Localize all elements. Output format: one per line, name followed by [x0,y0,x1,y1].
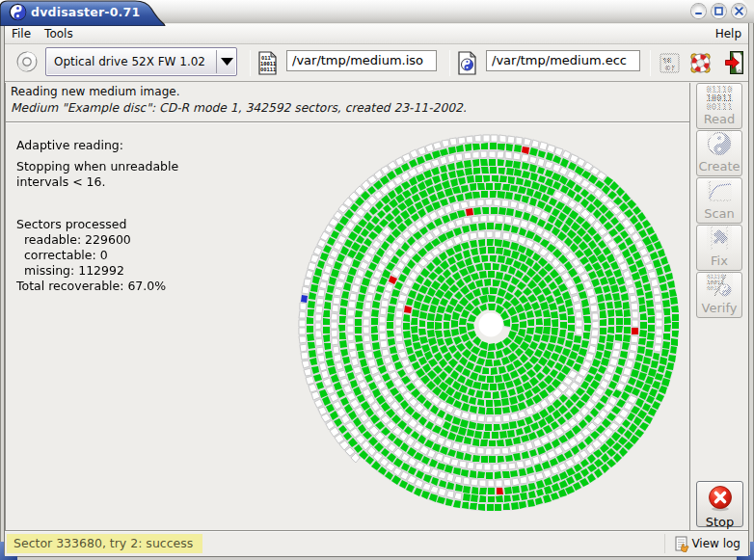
stats-correctable: correctable: 0 [16,248,178,263]
close-icon [735,7,743,15]
toolbar: Optical drive 52X FW 1.02 011 10011 0011… [5,45,748,82]
app-window: dvdisaster-0.71 File Tools Help Optical … [0,0,754,560]
action-sidebar: 01110 10011 00111 Read Create [691,83,748,530]
toolbar-separator-3 [650,50,651,76]
fix-button[interactable]: Fix [696,225,742,271]
fix-icon [707,226,732,253]
maximize-button[interactable] [712,4,726,18]
svg-text:01110: 01110 [707,273,724,280]
binary-row: 10011 [706,94,732,103]
window-controls [691,4,746,18]
minimize-icon [694,7,703,15]
ecc-file-icon [458,51,476,78]
toolbar-separator-1 [250,50,251,76]
stats-total: Total recoverable: 67.0% [16,279,178,294]
exit-door-icon [725,51,743,74]
reading-stats: Adaptive reading: Stopping when unreadab… [16,138,178,294]
maximize-icon [714,7,723,15]
svg-text:00111: 00111 [707,284,724,291]
svg-text:¶8: ¶8 [662,57,671,65]
create-icon [707,131,732,159]
toolbar-separator-2 [449,50,450,76]
image-file-icon: 011 10011 00111 [258,51,277,78]
preferences-button[interactable]: ¶8 ©? [660,53,680,73]
spiral-drawing-area: Adaptive reading: Stopping when unreadab… [7,123,688,530]
action-title: Reading new medium image. [11,85,179,98]
svg-text:00111: 00111 [260,67,276,72]
status-message: Sector 333680, try 2: success [7,534,202,553]
window-frame-right [748,21,754,556]
main-panel: Reading new medium image. Medium "Exampl… [5,83,690,530]
menu-tools[interactable]: Tools [38,26,80,41]
menu-file[interactable]: File [5,26,38,41]
create-button[interactable]: Create [696,130,742,176]
svg-text:10011: 10011 [707,279,724,285]
scan-button[interactable]: Scan [696,177,742,224]
statusbar-divider [664,534,665,553]
stop-icon [707,485,734,515]
device-select-value: Optical drive 52X FW 1.02 [46,55,216,68]
stats-mode: Adaptive reading: [16,138,178,153]
svg-text:©?: ©? [664,65,675,72]
stop-button[interactable]: Stop [696,481,743,527]
window-frame-bottom [0,556,754,560]
stats-missing: missing: 112992 [16,263,178,279]
scan-icon [707,180,732,206]
stats-spacer [16,190,178,217]
medium-info: Medium "Example disc": CD-R mode 1, 3425… [11,101,467,115]
menu-help[interactable]: Help [709,26,748,41]
app-icon [9,3,26,20]
read-button[interactable]: 01110 10011 00111 Read [696,83,742,129]
binary-row: 00111 [706,103,732,112]
image-file-input[interactable] [286,50,437,71]
binary-row: 01110 [706,86,732,94]
stats-stop-2: intervals < 16. [16,174,178,190]
close-button[interactable] [732,4,746,18]
menubar: File Tools Help [5,24,748,44]
stats-processed: Sectors processed [16,217,178,232]
verify-button[interactable]: 01110 10011 00111 Verify [696,272,742,318]
stats-stop-1: Stopping when unreadable [16,159,178,174]
drive-icon [16,51,38,75]
view-log-icon [675,536,690,552]
lifebelt-icon [688,51,713,75]
verify-icon: 01110 10011 00111 [706,273,733,301]
help-button[interactable] [688,51,713,78]
ecc-file-input[interactable] [486,50,640,71]
read-icon: 01110 10011 00111 [706,86,732,112]
view-log-button[interactable]: View log [675,534,741,553]
quit-button[interactable] [725,51,743,77]
stats-readable: readable: 229600 [16,232,178,248]
window-title: dvdisaster-0.71 [31,5,140,19]
combo-arrow[interactable] [218,58,236,66]
device-select[interactable]: Optical drive 52X FW 1.02 [45,47,237,76]
binary-rows: 01110 10011 00111 [706,86,732,112]
chevron-down-icon [221,58,233,66]
statusbar: Sector 333680, try 2: success View log [5,530,748,556]
combo-divider [216,50,217,73]
minimize-button[interactable] [691,4,706,18]
